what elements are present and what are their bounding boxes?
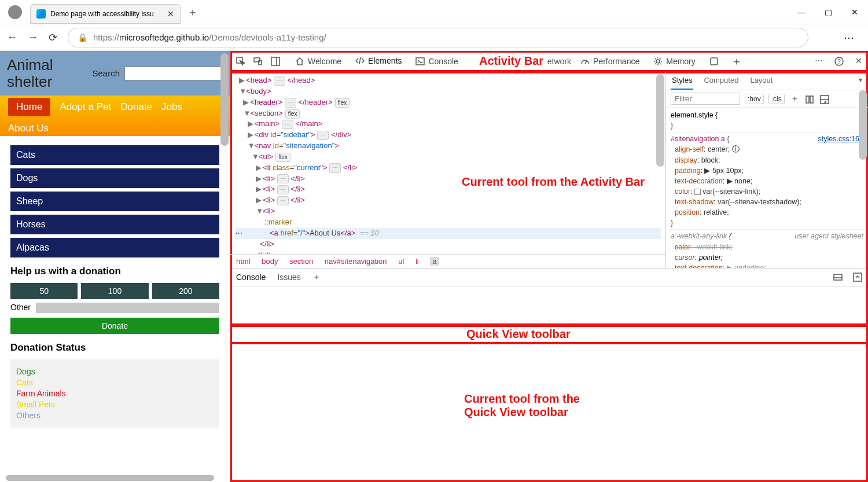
styles-rules[interactable]: element.style { } #sitenavigation a {sty… <box>666 108 868 268</box>
tab-performance[interactable]: Performance <box>576 51 644 72</box>
tab-memory[interactable]: Memory <box>649 51 700 72</box>
category-link[interactable]: Horses <box>10 215 219 234</box>
category-link[interactable]: Sheep <box>10 192 219 211</box>
svg-rect-12 <box>810 96 813 103</box>
page-hscrollbar[interactable] <box>6 475 214 481</box>
url-field[interactable]: 🔒 https://microsoftedge.github.io/Demos/… <box>68 28 808 47</box>
minimize-button[interactable]: — <box>788 0 815 24</box>
lock-icon: 🔒 <box>78 33 87 42</box>
maximize-button[interactable]: ▢ <box>815 0 841 24</box>
status-heading: Donation Status <box>10 342 219 354</box>
browser-tab[interactable]: Demo page with accessibility issu ✕ <box>30 4 181 24</box>
svg-rect-8 <box>711 58 718 65</box>
quick-view-body <box>230 286 868 483</box>
dom-tree[interactable]: ▶<head> ⋯ </head> ▼<body> ▶<header> ⋯ </… <box>230 72 665 254</box>
other-input[interactable] <box>36 303 219 313</box>
address-bar: ← → ⟳ 🔒 https://microsoftedge.github.io/… <box>0 24 868 51</box>
close-devtools-button[interactable]: ✕ <box>855 56 862 65</box>
svg-line-6 <box>585 61 587 64</box>
styles-more-icon[interactable]: ▾ <box>858 72 863 90</box>
status-item: Others <box>16 411 214 420</box>
donation-heading: Help us with a donation <box>10 266 219 277</box>
category-link[interactable]: Dogs <box>10 168 219 188</box>
dock-side-icon[interactable] <box>271 56 280 66</box>
svg-point-7 <box>656 60 660 63</box>
nav-about[interactable]: About Us <box>8 123 230 134</box>
donate-amount[interactable]: 200 <box>152 283 219 299</box>
page-scrollbar[interactable] <box>220 53 229 146</box>
qv-more-button[interactable]: ＋ <box>312 272 321 282</box>
dom-breadcrumbs[interactable]: html body section nav#sitenavigation ul … <box>230 254 665 268</box>
donate-amount[interactable]: 100 <box>81 283 148 299</box>
tab-computed[interactable]: Computed <box>703 72 740 90</box>
qv-dock-icon[interactable] <box>833 272 843 282</box>
code-icon <box>355 56 365 65</box>
devtools-activity-bar: Welcome Elements Console etwork Performa… <box>230 51 868 72</box>
page-nav: Home Adopt a Pet Donate Jobs About Us <box>0 95 230 136</box>
computed-toggle-icon[interactable] <box>820 93 829 104</box>
svg-text:?: ? <box>837 58 841 65</box>
focus-mode-icon[interactable] <box>709 56 719 66</box>
browser-titlebar: Demo page with accessibility issu ✕ ＋ — … <box>0 0 868 24</box>
profile-avatar[interactable] <box>8 5 22 19</box>
status-box: Dogs Cats Farm Animals Small Pets Others <box>10 359 219 428</box>
back-button[interactable]: ← <box>7 31 17 43</box>
tab-welcome[interactable]: Welcome <box>290 51 346 72</box>
status-item: Small Pets <box>16 400 214 409</box>
tab-elements[interactable]: Elements <box>351 51 406 72</box>
styles-scrollbar[interactable] <box>859 90 867 160</box>
category-link[interactable]: Alpacas <box>10 238 219 257</box>
reload-button[interactable]: ⟳ <box>49 31 57 44</box>
forward-button[interactable]: → <box>28 31 38 43</box>
styles-filter-input[interactable] <box>671 93 740 105</box>
close-window-button[interactable]: ✕ <box>841 0 868 24</box>
favicon-icon <box>36 9 46 19</box>
selected-dom-node[interactable]: ⋯ <a href="/">About Us</a> == $0 <box>235 228 661 239</box>
page-sidebar: Cats Dogs Sheep Horses Alpacas Help us w… <box>0 136 230 437</box>
status-item: Cats <box>16 378 214 387</box>
more-tabs-button[interactable]: ＋ <box>731 54 742 68</box>
gauge-icon <box>580 57 590 66</box>
quick-view-toolbar: Console Issues ＋ <box>230 268 868 286</box>
more-tools-button[interactable]: ⋯ <box>815 56 823 65</box>
tab-styles[interactable]: Styles <box>671 72 693 90</box>
nav-home[interactable]: Home <box>8 98 50 116</box>
flex-editor-icon[interactable] <box>805 93 814 104</box>
device-toggle-icon[interactable] <box>253 56 263 66</box>
new-rule-icon[interactable]: ＋ <box>790 93 799 104</box>
site-title: Animal shelter <box>7 57 87 90</box>
annotation-label: Quick View toolbar <box>466 328 571 341</box>
devtools: Activity Bar Current tool from the Activ… <box>230 51 868 482</box>
hov-button[interactable]: :hov <box>745 94 764 104</box>
tab-console[interactable]: Console <box>411 51 462 72</box>
category-link[interactable]: Cats <box>10 145 219 165</box>
dom-scrollbar[interactable] <box>656 74 664 167</box>
cls-button[interactable]: .cls <box>768 94 785 104</box>
donate-amount[interactable]: 50 <box>10 283 78 299</box>
nav-jobs[interactable]: Jobs <box>161 101 182 113</box>
page-viewport: Animal shelter Search Home Adopt a Pet D… <box>0 51 230 482</box>
tab-network-fragment[interactable]: etwork <box>547 57 571 66</box>
styles-panel: Styles Computed Layout ▾ :hov .cls ＋ ele… <box>665 72 868 268</box>
help-button[interactable]: ? <box>834 56 844 66</box>
inspect-element-icon[interactable] <box>236 56 245 66</box>
nav-adopt[interactable]: Adopt a Pet <box>60 101 111 113</box>
qv-console-tab[interactable]: Console <box>236 273 266 282</box>
svg-rect-3 <box>271 57 279 65</box>
svg-rect-14 <box>834 274 842 280</box>
close-tab-icon[interactable]: ✕ <box>167 9 174 19</box>
window-controls: — ▢ ✕ <box>788 0 868 24</box>
new-tab-button[interactable]: ＋ <box>184 5 201 19</box>
url-text: https://microsoftedge.github.io/Demos/de… <box>93 32 326 42</box>
browser-menu-button[interactable]: ⋯ <box>844 31 855 44</box>
search-input[interactable] <box>124 67 223 80</box>
donate-button[interactable]: Donate <box>10 318 219 334</box>
console-icon <box>415 57 425 66</box>
nav-donate[interactable]: Donate <box>120 101 152 113</box>
qv-issues-tab[interactable]: Issues <box>277 273 300 282</box>
qv-collapse-icon[interactable] <box>853 272 862 282</box>
source-link[interactable]: styles.css:169 <box>818 134 863 144</box>
other-label: Other <box>10 303 36 313</box>
tab-layout[interactable]: Layout <box>749 72 774 90</box>
gear-icon <box>653 57 663 66</box>
